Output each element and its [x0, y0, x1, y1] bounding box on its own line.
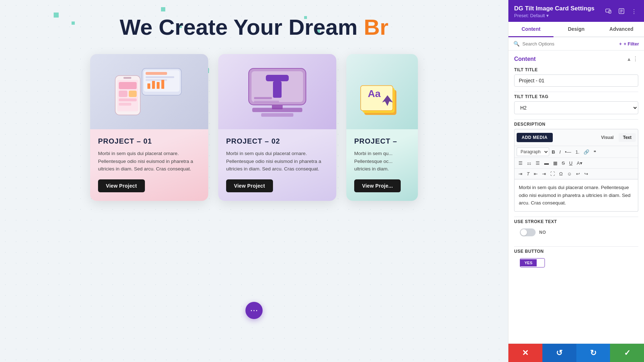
card-2-body: PROJECT – 02 Morbi in sem quis dui place…: [218, 129, 336, 201]
canvas-area: We Create Your Dream Br: [0, 0, 508, 362]
add-media-btn[interactable]: ADD MEDIA: [517, 133, 553, 142]
panel-search-row: 🔍 + + Filter: [508, 37, 644, 50]
tilt-title-group: Tilt Title: [508, 65, 644, 92]
filter-icon: +: [619, 41, 622, 47]
quote-btn[interactable]: ❝: [592, 148, 598, 156]
card-1-desc: Morbi in sem quis dui placerat ornare. P…: [98, 150, 200, 173]
description-content[interactable]: Morbi in sem quis dui placerat ornare. P…: [514, 179, 638, 212]
section-more-btn[interactable]: ⋮: [633, 55, 638, 62]
filter-btn[interactable]: + + Filter: [619, 41, 639, 47]
svg-rect-7: [157, 82, 160, 89]
description-label: Description: [514, 122, 638, 127]
visual-tab[interactable]: Visual: [597, 133, 618, 142]
card-2-title: PROJECT – 02: [226, 137, 328, 145]
tilt-title-tag-select[interactable]: H1 H2 H3 H4 H5 H6 p span: [514, 101, 638, 114]
text-color-btn[interactable]: A▾: [575, 159, 584, 167]
project-card-2: PROJECT – 02 Morbi in sem quis dui place…: [218, 54, 336, 201]
use-stroke-text-label: Use Stroke Text: [514, 219, 638, 224]
align-right-btn[interactable]: ☰: [534, 159, 542, 167]
section-header-icons: ▴ ⋮: [628, 55, 638, 62]
redo-btn[interactable]: ↪: [582, 170, 590, 178]
panel-tabs: Content Design Advanced: [508, 22, 644, 37]
align-left-btn[interactable]: ☰: [517, 159, 525, 167]
tilt-title-tag-group: Tilt Title Tag H1 H2 H3 H4 H5 H6 p span: [508, 92, 644, 119]
italic2-btn[interactable]: T: [525, 170, 531, 178]
card-3-title: PROJECT –: [354, 137, 410, 145]
card-3-image-area: Aa: [346, 54, 418, 129]
outdent-btn[interactable]: ⇤: [532, 170, 540, 178]
card-2-desc: Morbi in sem quis dui placerat ornare. P…: [226, 150, 328, 173]
special-char-btn[interactable]: Ω: [557, 170, 565, 178]
card-3-desc: Morbi in sem qu... Pellentesque oc... ul…: [354, 150, 410, 173]
svg-rect-2: [146, 72, 167, 75]
reset-btn[interactable]: ↺: [542, 344, 576, 362]
tilt-title-input[interactable]: [514, 74, 638, 87]
card-2-image-area: [218, 54, 336, 129]
card-3-body: PROJECT – Morbi in sem qu... Pellentesqu…: [346, 129, 418, 201]
redo-footer-btn[interactable]: ↻: [576, 344, 610, 362]
desc-toolbar-row1: Paragraph Heading 1 Heading 2 B I •— 1. …: [514, 146, 638, 158]
link-btn[interactable]: 🔗: [582, 148, 591, 156]
align-center-btn[interactable]: ⚏: [525, 159, 533, 167]
use-button-label: Use Button: [514, 249, 638, 254]
svg-rect-5: [147, 83, 150, 89]
card-2-view-btn[interactable]: View Project: [226, 179, 273, 192]
svg-rect-3: [146, 76, 174, 78]
cards-row: PROJECT – 01 Morbi in sem quis dui place…: [90, 54, 418, 201]
svg-rect-8: [161, 80, 164, 89]
text-tab[interactable]: Text: [619, 133, 636, 142]
panel-header-icons: ⋮: [604, 7, 638, 16]
undo-btn[interactable]: ↩: [574, 170, 582, 178]
section-collapse-btn[interactable]: ▴: [628, 55, 630, 62]
underline-btn[interactable]: U: [567, 159, 574, 167]
project-card-1: PROJECT – 01 Morbi in sem quis dui place…: [90, 54, 208, 201]
yes-option[interactable]: YES: [520, 259, 537, 266]
svg-rect-13: [119, 91, 127, 97]
tilt-title-label: Tilt Title: [514, 67, 638, 72]
cancel-btn[interactable]: ✕: [508, 344, 542, 362]
tab-content[interactable]: Content: [508, 22, 553, 37]
paragraph-select[interactable]: Paragraph Heading 1 Heading 2: [517, 148, 549, 156]
card-1-view-btn[interactable]: View Project: [98, 179, 145, 192]
svg-rect-25: [261, 113, 293, 117]
desc-toolbar-row2: ☰ ⚏ ☰ ▬ ▦ S U A▾: [514, 158, 638, 169]
search-input[interactable]: [522, 41, 616, 47]
tab-advanced[interactable]: Advanced: [599, 22, 644, 37]
align-justify-btn[interactable]: ▬: [542, 159, 551, 167]
panel-responsive-btn[interactable]: [604, 7, 613, 16]
bold-btn[interactable]: B: [550, 148, 557, 156]
tilt-title-tag-label: Tilt Title Tag: [514, 94, 638, 99]
use-button-yes-no[interactable]: YES: [520, 258, 545, 267]
emoji-btn[interactable]: ☺: [565, 170, 574, 178]
stroke-text-toggle[interactable]: [520, 228, 536, 236]
table-btn[interactable]: ▦: [551, 159, 559, 167]
indent2-btn[interactable]: ⇥: [540, 170, 548, 178]
strikethrough-btn[interactable]: S: [560, 159, 567, 167]
use-stroke-text-group: Use Stroke Text NO: [508, 217, 644, 246]
panel-more-btn[interactable]: ⋮: [630, 8, 638, 16]
confirm-btn[interactable]: ✓: [610, 344, 644, 362]
panel-title: DG Tilt Image Card Settings: [514, 5, 595, 12]
card-1-title: PROJECT – 01: [98, 137, 200, 145]
section-header: Content ▴ ⋮: [508, 50, 644, 65]
visual-text-tabs: Visual Text: [597, 133, 636, 142]
toggle-knob: [521, 229, 527, 236]
card-3-illustration: Aa: [346, 61, 418, 122]
hero-title: We Create Your Dream Br: [119, 14, 388, 40]
fullscreen-btn[interactable]: ⛶: [548, 170, 557, 178]
floating-menu-btn[interactable]: ⋯: [245, 302, 263, 319]
ul-btn[interactable]: •—: [563, 148, 573, 156]
svg-rect-16: [119, 103, 131, 106]
tab-design[interactable]: Design: [553, 22, 599, 37]
svg-rect-6: [152, 81, 155, 89]
svg-rect-14: [129, 91, 137, 97]
settings-panel: DG Tilt Image Card Settings Preset: Defa…: [508, 0, 644, 362]
card-3-view-btn[interactable]: View Proje...: [354, 179, 401, 192]
indent-btn[interactable]: ⇥: [517, 170, 524, 178]
panel-header-text: DG Tilt Image Card Settings Preset: Defa…: [514, 5, 595, 18]
ol-btn[interactable]: 1.: [574, 148, 581, 156]
panel-expand-btn[interactable]: [617, 7, 626, 16]
use-button-toggle-row: YES: [514, 256, 638, 272]
italic-btn[interactable]: I: [557, 148, 562, 156]
panel-footer: ✕ ↺ ↻ ✓: [508, 343, 644, 362]
